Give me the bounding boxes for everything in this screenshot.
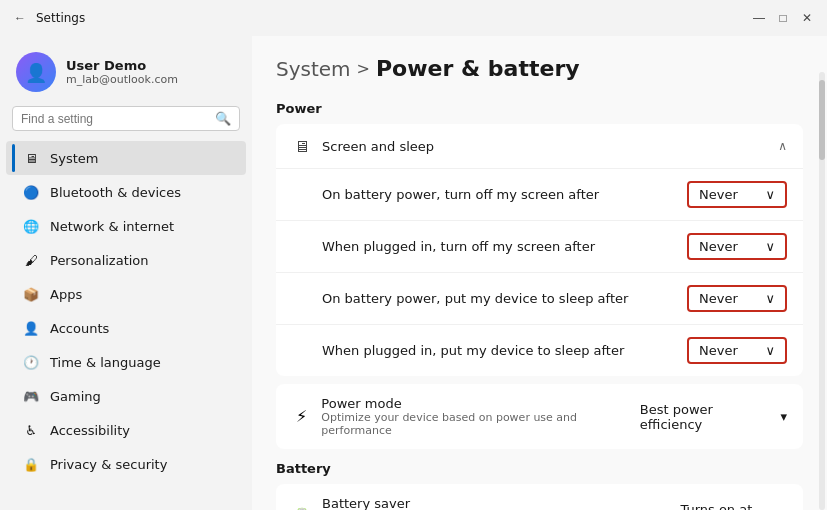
sidebar-item-label: Gaming	[50, 389, 101, 404]
sidebar-item-label: Network & internet	[50, 219, 174, 234]
breadcrumb-arrow: >	[357, 59, 370, 78]
sidebar-item-label: Personalization	[50, 253, 149, 268]
apps-icon: 📦	[22, 285, 40, 303]
power-mode-title: Power mode	[321, 396, 640, 411]
user-info: User Demo m_lab@outlook.com	[66, 58, 178, 86]
personalization-icon: 🖌	[22, 251, 40, 269]
power-mode-icon: ⚡	[292, 407, 311, 427]
breadcrumb-current: Power & battery	[376, 56, 580, 81]
breadcrumb-parent[interactable]: System	[276, 57, 351, 81]
time-icon: 🕐	[22, 353, 40, 371]
main-wrapper: System > Power & battery Power 🖥 Screen …	[252, 36, 827, 510]
setting-row-plugged-screen: When plugged in, turn off my screen afte…	[276, 220, 803, 272]
network-icon: 🌐	[22, 217, 40, 235]
sidebar: 👤 User Demo m_lab@outlook.com 🔍 🖥 System…	[0, 36, 252, 510]
sidebar-item-apps[interactable]: 📦 Apps	[6, 277, 246, 311]
back-button[interactable]: ←	[12, 10, 28, 26]
battery-sleep-value: Never	[699, 291, 738, 306]
plugged-sleep-label: When plugged in, put my device to sleep …	[322, 343, 624, 358]
power-mode-select[interactable]: Best power efficiency ▾	[640, 402, 787, 432]
sidebar-item-time[interactable]: 🕐 Time & language	[6, 345, 246, 379]
power-mode-row[interactable]: ⚡ Power mode Optimize your device based …	[276, 384, 803, 449]
battery-saver-title: Battery saver	[322, 496, 680, 510]
plugged-screen-label: When plugged in, turn off my screen afte…	[322, 239, 595, 254]
sidebar-item-label: Accounts	[50, 321, 109, 336]
setting-row-battery-sleep: On battery power, put my device to sleep…	[276, 272, 803, 324]
plugged-sleep-dropdown[interactable]: Never ∨	[687, 337, 787, 364]
power-mode-subtitle: Optimize your device based on power use …	[321, 411, 640, 437]
screen-icon: 🖥	[292, 136, 312, 156]
screen-sleep-header[interactable]: 🖥 Screen and sleep ∧	[276, 124, 803, 168]
battery-saver-right[interactable]: Turns on at 20% ▾	[680, 502, 787, 511]
search-bar[interactable]: 🔍	[12, 106, 240, 131]
system-icon: 🖥	[22, 149, 40, 167]
sidebar-item-gaming[interactable]: 🎮 Gaming	[6, 379, 246, 413]
privacy-icon: 🔒	[22, 455, 40, 473]
battery-sleep-dropdown[interactable]: Never ∨	[687, 285, 787, 312]
power-mode-card: ⚡ Power mode Optimize your device based …	[276, 384, 803, 449]
search-icon: 🔍	[215, 111, 231, 126]
sidebar-item-bluetooth[interactable]: 🔵 Bluetooth & devices	[6, 175, 246, 209]
sidebar-item-label: Apps	[50, 287, 82, 302]
screen-sleep-card: 🖥 Screen and sleep ∧ On battery power, t…	[276, 124, 803, 376]
sidebar-item-label: Privacy & security	[50, 457, 167, 472]
user-email: m_lab@outlook.com	[66, 73, 178, 86]
gaming-icon: 🎮	[22, 387, 40, 405]
battery-screen-value: Never	[699, 187, 738, 202]
minimize-button[interactable]: —	[751, 10, 767, 26]
battery-screen-dropdown[interactable]: Never ∨	[687, 181, 787, 208]
breadcrumb: System > Power & battery	[276, 56, 803, 81]
accessibility-icon: ♿	[22, 421, 40, 439]
maximize-button[interactable]: □	[775, 10, 791, 26]
battery-saver-value: Turns on at 20%	[680, 502, 772, 511]
battery-card: 🔋 Battery saver Extend battery life by l…	[276, 484, 803, 510]
setting-row-plugged-sleep: When plugged in, put my device to sleep …	[276, 324, 803, 376]
user-profile[interactable]: 👤 User Demo m_lab@outlook.com	[0, 44, 252, 106]
user-name: User Demo	[66, 58, 178, 73]
plugged-screen-value: Never	[699, 239, 738, 254]
avatar: 👤	[16, 52, 56, 92]
sidebar-item-label: Bluetooth & devices	[50, 185, 181, 200]
bluetooth-icon: 🔵	[22, 183, 40, 201]
setting-row-battery-screen: On battery power, turn off my screen aft…	[276, 168, 803, 220]
dropdown-chevron-icon: ∨	[765, 239, 775, 254]
plugged-sleep-value: Never	[699, 343, 738, 358]
scrollbar-thumb[interactable]	[819, 80, 825, 160]
title-bar: ← Settings — □ ✕	[0, 0, 827, 36]
app-body: 👤 User Demo m_lab@outlook.com 🔍 🖥 System…	[0, 36, 827, 510]
chevron-up-icon: ∧	[778, 139, 787, 153]
battery-saver-row[interactable]: 🔋 Battery saver Extend battery life by l…	[276, 484, 803, 510]
screen-sleep-label: Screen and sleep	[322, 139, 434, 154]
sidebar-item-label: System	[50, 151, 98, 166]
app-title: Settings	[36, 11, 85, 25]
sidebar-item-accounts[interactable]: 👤 Accounts	[6, 311, 246, 345]
accounts-icon: 👤	[22, 319, 40, 337]
plugged-screen-dropdown[interactable]: Never ∨	[687, 233, 787, 260]
sidebar-item-accessibility[interactable]: ♿ Accessibility	[6, 413, 246, 447]
battery-saver-icon: 🔋	[292, 507, 312, 511]
dropdown-chevron-icon: ∨	[765, 187, 775, 202]
sidebar-item-label: Accessibility	[50, 423, 130, 438]
battery-screen-label: On battery power, turn off my screen aft…	[322, 187, 599, 202]
sidebar-item-network[interactable]: 🌐 Network & internet	[6, 209, 246, 243]
sidebar-item-system[interactable]: 🖥 System	[6, 141, 246, 175]
close-button[interactable]: ✕	[799, 10, 815, 26]
power-mode-value: Best power efficiency	[640, 402, 775, 432]
scrollbar-track[interactable]	[819, 72, 825, 510]
sidebar-item-privacy[interactable]: 🔒 Privacy & security	[6, 447, 246, 481]
screen-sleep-body: On battery power, turn off my screen aft…	[276, 168, 803, 376]
sidebar-item-personalization[interactable]: 🖌 Personalization	[6, 243, 246, 277]
search-input[interactable]	[21, 112, 209, 126]
power-mode-chevron-icon: ▾	[780, 409, 787, 424]
sidebar-item-label: Time & language	[50, 355, 161, 370]
main-content: System > Power & battery Power 🖥 Screen …	[252, 36, 827, 510]
power-section-label: Power	[276, 101, 803, 116]
dropdown-chevron-icon: ∨	[765, 343, 775, 358]
battery-sleep-label: On battery power, put my device to sleep…	[322, 291, 628, 306]
battery-section-label: Battery	[276, 461, 803, 476]
dropdown-chevron-icon: ∨	[765, 291, 775, 306]
